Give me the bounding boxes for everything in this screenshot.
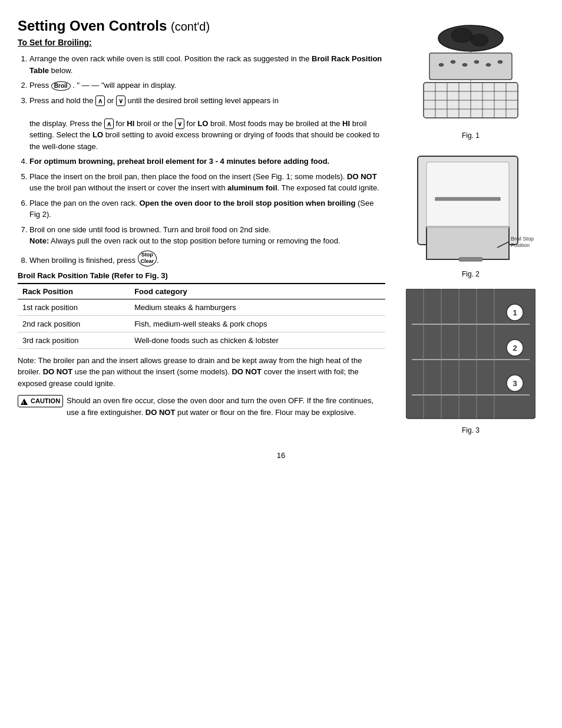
food-cat-1: Medium steaks & hamburgers — [130, 299, 385, 315]
steps-list: Arrange the oven rack while oven is stil… — [29, 53, 385, 266]
fig1-illustration — [406, 18, 535, 130]
table-row: 1st rack position Medium steaks & hambur… — [18, 299, 385, 315]
svg-rect-30 — [427, 226, 509, 228]
step-5: Place the insert on the broil pan, then … — [29, 171, 385, 194]
table-row: 2nd rack position Fish, medium-well stea… — [18, 315, 385, 332]
arrow-up-icon-2: ∧ — [104, 118, 114, 130]
svg-rect-26 — [459, 258, 482, 261]
arrow-down-icon-2: ∨ — [175, 118, 184, 130]
step-8: When broiling is finished, press StopCle… — [29, 251, 385, 266]
caution-badge: ! CAUTION — [18, 395, 63, 407]
rack-pos-1: 1st rack position — [18, 299, 130, 315]
svg-point-20 — [471, 34, 488, 46]
svg-point-12 — [439, 64, 444, 67]
right-column: Fig. 1 Broil Sto — [397, 18, 544, 439]
step-2: Press Broil . " — — "will appear in disp… — [29, 80, 385, 91]
step-3: Press and hold the ∧ or ∨ until the desi… — [29, 95, 385, 153]
fig2-box: Broil Stop Position Fig. 2 — [406, 150, 535, 278]
caution-box: ! CAUTION Should an oven fire occur, clo… — [18, 395, 385, 418]
fig3-illustration: 1 2 3 — [406, 289, 535, 424]
table-row: 3rd rack position Well-done foods such a… — [18, 332, 385, 348]
broil-rack-table: Rack Position Food category 1st rack pos… — [18, 283, 385, 349]
svg-point-14 — [462, 64, 467, 67]
step-6: Place the pan on the oven rack. Open the… — [29, 197, 385, 220]
svg-rect-25 — [435, 197, 500, 200]
food-cat-2: Fish, medium-well steaks & pork chops — [130, 315, 385, 332]
svg-point-19 — [451, 28, 472, 42]
svg-text:Position: Position — [511, 242, 530, 248]
page-number: 16 — [18, 451, 544, 460]
broil-button-icon: Broil — [51, 81, 71, 91]
rack-pos-2: 2nd rack position — [18, 315, 130, 332]
caution-label: CAUTION — [31, 396, 60, 406]
section-title: To Set for Broiling: — [18, 38, 385, 47]
table-title: Broil Rack Position Table (Refer to Fig.… — [18, 271, 385, 280]
svg-text:Broil Stop: Broil Stop — [511, 236, 534, 242]
svg-point-16 — [486, 64, 491, 67]
step-4: For optimum browning, preheat broil elem… — [29, 156, 385, 167]
arrow-up-icon: ∧ — [95, 95, 105, 107]
step-1: Arrange the oven rack while oven is stil… — [29, 53, 385, 76]
left-column: Setting Oven Controls (cont'd) To Set fo… — [18, 18, 391, 439]
note-box: Note: The broiler pan and the insert all… — [18, 355, 385, 390]
fig1-label: Fig. 1 — [462, 131, 480, 140]
svg-point-17 — [498, 61, 503, 64]
food-cat-3: Well-done foods such as chicken & lobste… — [130, 332, 385, 348]
step-7: Broil on one side until food is browned.… — [29, 224, 385, 247]
col-header-rack: Rack Position — [18, 284, 130, 299]
fig2-illustration: Broil Stop Position — [406, 150, 535, 268]
svg-point-15 — [474, 61, 479, 64]
col-header-food: Food category — [130, 284, 385, 299]
svg-rect-24 — [427, 162, 509, 227]
page-title: Setting Oven Controls (cont'd) — [18, 18, 385, 34]
page: Setting Oven Controls (cont'd) To Set fo… — [0, 0, 562, 728]
fig3-box: 1 2 3 Fig. 3 — [406, 289, 535, 434]
caution-text: Should an oven fire occur, close the ove… — [67, 395, 385, 418]
fig2-label: Fig. 2 — [462, 270, 480, 278]
svg-text:1: 1 — [513, 308, 517, 317]
rack-pos-3: 3rd rack position — [18, 332, 130, 348]
svg-point-13 — [451, 61, 455, 64]
svg-text:2: 2 — [513, 344, 517, 353]
fig1-box: Fig. 1 — [406, 18, 535, 140]
stop-clear-button-icon: StopClear — [138, 251, 157, 266]
arrow-down-icon: ∨ — [116, 95, 125, 107]
svg-text:3: 3 — [513, 379, 517, 388]
fig3-label: Fig. 3 — [462, 426, 480, 434]
table-header-row: Rack Position Food category — [18, 284, 385, 299]
